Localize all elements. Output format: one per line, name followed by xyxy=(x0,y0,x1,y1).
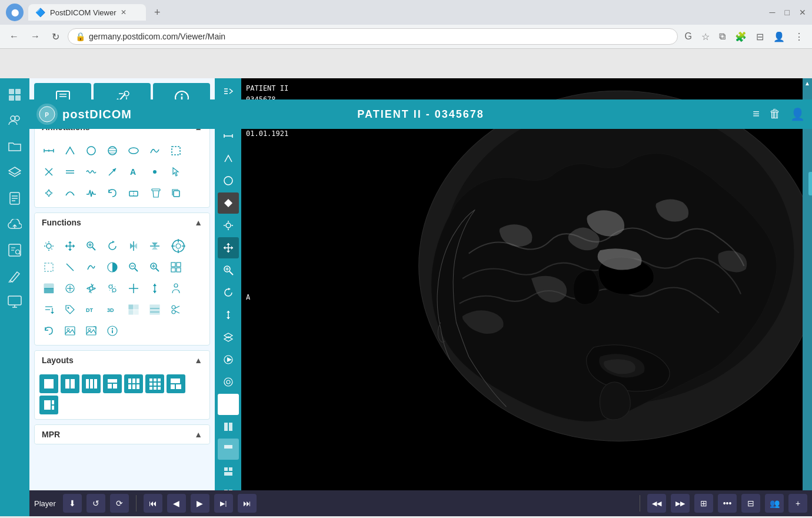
circle-tool[interactable] xyxy=(82,141,101,160)
layouts-toggle[interactable]: ▲ xyxy=(194,356,202,365)
player-last-btn[interactable]: ⏭ xyxy=(238,494,257,513)
player-sync-btn[interactable]: ⟳ xyxy=(110,494,129,513)
rotate-fn-tool[interactable] xyxy=(103,237,122,255)
layout-banner[interactable] xyxy=(103,374,122,393)
mpr-header[interactable]: MPR ▲ xyxy=(35,425,209,444)
collapse-vtool[interactable] xyxy=(218,81,239,102)
sidebar-icon-folder[interactable] xyxy=(3,135,26,158)
crosshair-fn-tool[interactable] xyxy=(167,237,190,255)
cine2-vtool[interactable] xyxy=(218,371,239,393)
bookmark-icon[interactable]: ☆ xyxy=(699,29,712,45)
curve-tool[interactable] xyxy=(61,184,79,202)
sidebar-icon-monitor[interactable] xyxy=(3,290,26,314)
new-tab-btn[interactable]: + xyxy=(151,5,164,20)
player-users-btn[interactable]: 👥 xyxy=(765,494,784,513)
person-fn-tool[interactable] xyxy=(167,279,185,298)
pointer-tool[interactable] xyxy=(167,162,185,181)
wave-tool[interactable] xyxy=(82,162,101,181)
refresh-btn[interactable]: ↻ xyxy=(48,29,63,45)
player-first-btn[interactable]: ⏮ xyxy=(144,494,162,513)
dot-tool[interactable] xyxy=(145,162,164,181)
menu-icon[interactable]: ⋮ xyxy=(792,29,806,45)
select-region-fn-tool[interactable] xyxy=(39,258,58,277)
arrow-tool[interactable] xyxy=(103,162,122,181)
sidebar-icon-search-list[interactable] xyxy=(3,238,26,262)
zoom-in-fn-tool[interactable] xyxy=(145,258,164,277)
restore-btn[interactable]: □ xyxy=(785,8,790,17)
ellipse-tool[interactable] xyxy=(124,141,143,160)
layout-2x3[interactable] xyxy=(124,374,143,393)
sidebar-toggle-icon[interactable]: ⊟ xyxy=(754,29,766,45)
scroll-vtool[interactable] xyxy=(218,304,239,326)
mpr-toggle[interactable]: ▲ xyxy=(194,430,202,439)
eraser-tool[interactable] xyxy=(124,184,143,202)
sort-fn-tool[interactable] xyxy=(39,300,58,319)
reset-vtool[interactable] xyxy=(218,282,239,303)
player-next2-btn[interactable]: ▶▶ xyxy=(671,494,690,513)
list-action-icon[interactable]: ≡ xyxy=(753,107,760,121)
layout-1x1[interactable] xyxy=(39,374,58,393)
tab-close-btn[interactable]: ✕ xyxy=(121,8,127,16)
move-fn-tool[interactable] xyxy=(124,279,143,298)
cine-vtool[interactable] xyxy=(218,349,239,370)
forward-btn[interactable]: → xyxy=(27,29,44,44)
zoom-out-fn-tool[interactable] xyxy=(124,258,143,277)
freehand2-fn-tool[interactable] xyxy=(82,258,101,277)
brightness-fn-tool[interactable] xyxy=(39,237,58,255)
stack-vtool[interactable] xyxy=(218,327,239,348)
player-prev-btn[interactable]: ◀ xyxy=(167,494,186,513)
sidebar-icon-grid[interactable] xyxy=(3,83,26,107)
settings2-fn-tool[interactable] xyxy=(103,279,122,298)
freehand-tool[interactable] xyxy=(145,141,164,160)
layout-sidebar-left[interactable] xyxy=(167,374,185,393)
image2-fn-tool[interactable] xyxy=(82,321,101,340)
settings-fn-tool[interactable] xyxy=(82,279,101,298)
angle-vtool[interactable] xyxy=(218,148,239,169)
sidebar-icon-cloud[interactable] xyxy=(3,212,26,236)
double-line-tool[interactable] xyxy=(61,162,79,181)
angle-tool[interactable] xyxy=(61,141,79,160)
tag-fn-tool[interactable] xyxy=(61,300,79,319)
grid2-fn-tool[interactable] xyxy=(124,300,143,319)
copy-tool[interactable] xyxy=(167,184,185,202)
extension-icon[interactable]: 🧩 xyxy=(733,29,749,45)
trash-action-icon[interactable]: 🗑 xyxy=(769,107,781,121)
texture-tool[interactable] xyxy=(103,141,122,160)
close-btn[interactable]: ✕ xyxy=(799,8,806,17)
grid3-fn-tool[interactable] xyxy=(145,300,164,319)
layout-3x3[interactable] xyxy=(145,374,164,393)
cross-tool[interactable] xyxy=(39,162,58,181)
layout-grid-vtool[interactable] xyxy=(218,461,239,482)
sidebar-icon-users[interactable] xyxy=(3,109,26,132)
right-scrollbar[interactable]: ▲ ▼ xyxy=(803,78,812,516)
translate-icon[interactable]: G xyxy=(683,29,694,44)
player-reset-btn[interactable]: ↺ xyxy=(86,494,105,513)
text-tool[interactable]: A xyxy=(124,162,143,181)
scroll-up-arrow[interactable]: ▲ xyxy=(803,78,812,88)
layout-1x3[interactable] xyxy=(82,374,101,393)
ecg-tool[interactable] xyxy=(82,184,101,202)
flip-h-fn-tool[interactable] xyxy=(145,237,164,255)
sidebar-icon-notes[interactable] xyxy=(3,187,26,210)
viewer-area[interactable]: PATIENT II 0345678 01.01.1853 - F dzne_M… xyxy=(241,78,812,516)
window-fn-tool[interactable] xyxy=(167,258,185,277)
address-bar[interactable]: 🔒 xyxy=(68,28,678,45)
multi-arrow-tool[interactable] xyxy=(39,184,58,202)
player-layout-btn[interactable]: ⊞ xyxy=(694,494,713,513)
back-btn[interactable]: ← xyxy=(6,29,22,44)
image-fn-tool[interactable] xyxy=(61,321,79,340)
diamond-vtool[interactable] xyxy=(218,192,239,214)
whitebox-vtool[interactable] xyxy=(218,394,239,415)
layout-1x2[interactable] xyxy=(61,374,79,393)
functions-toggle[interactable]: ▲ xyxy=(194,218,202,227)
undo2-fn-tool[interactable] xyxy=(39,321,58,340)
roi-box-tool[interactable] xyxy=(167,141,185,160)
layout-v-vtool[interactable] xyxy=(218,416,239,437)
split-fn-tool[interactable] xyxy=(145,279,164,298)
scroll-thumb[interactable] xyxy=(808,172,812,195)
3d-fn-tool[interactable]: 3D xyxy=(103,300,122,319)
layouts-header[interactable]: Layouts ▲ xyxy=(35,351,209,370)
player-next-btn[interactable]: ▶| xyxy=(214,494,233,513)
pan-fn-tool[interactable] xyxy=(61,237,79,255)
probe-fn-tool[interactable] xyxy=(61,258,79,277)
